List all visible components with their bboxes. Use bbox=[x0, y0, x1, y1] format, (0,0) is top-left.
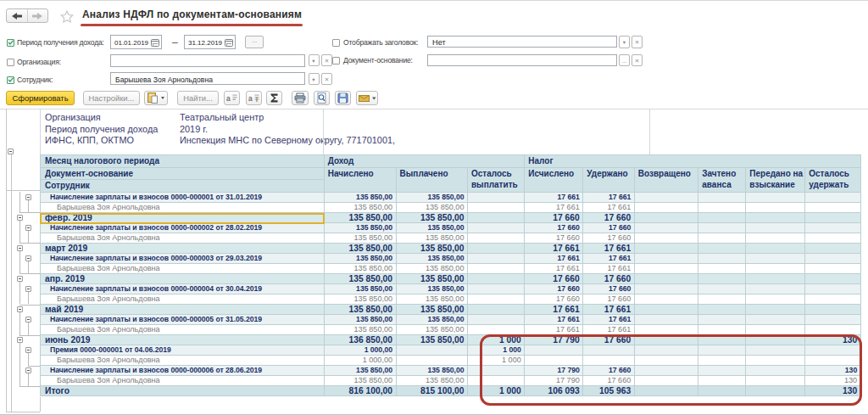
svg-text:a: a bbox=[226, 94, 231, 103]
svg-text:a: a bbox=[248, 94, 253, 103]
